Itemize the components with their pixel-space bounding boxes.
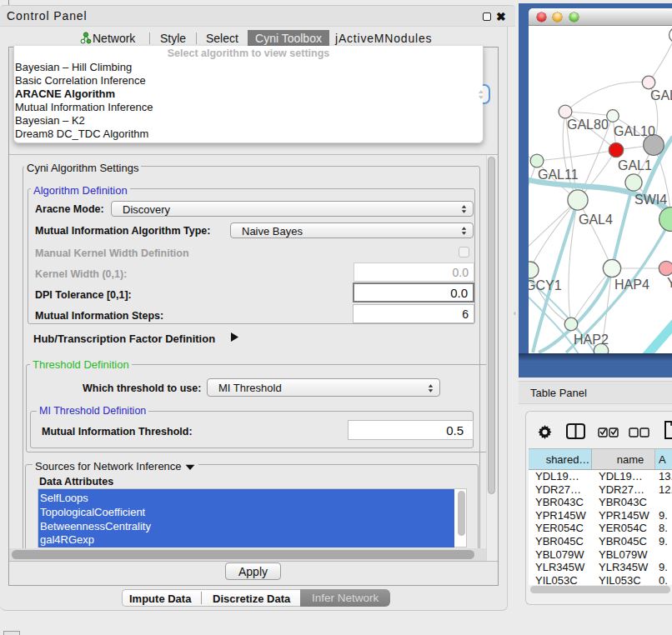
svg-text:GCY1: GCY1 xyxy=(529,278,562,292)
svg-text:GAL11: GAL11 xyxy=(538,168,579,182)
svg-text:GAL80: GAL80 xyxy=(567,118,609,132)
svg-text:Y: Y xyxy=(667,276,672,290)
svg-text:GAL1: GAL1 xyxy=(618,158,652,172)
svg-text:GAL10: GAL10 xyxy=(614,124,655,138)
svg-text:GAL4: GAL4 xyxy=(579,212,613,227)
svg-text:SWI4: SWI4 xyxy=(634,192,667,207)
svg-text:HAP2: HAP2 xyxy=(574,332,609,347)
svg-text:GAL: GAL xyxy=(650,88,672,102)
svg-text:HAP4: HAP4 xyxy=(614,278,649,292)
